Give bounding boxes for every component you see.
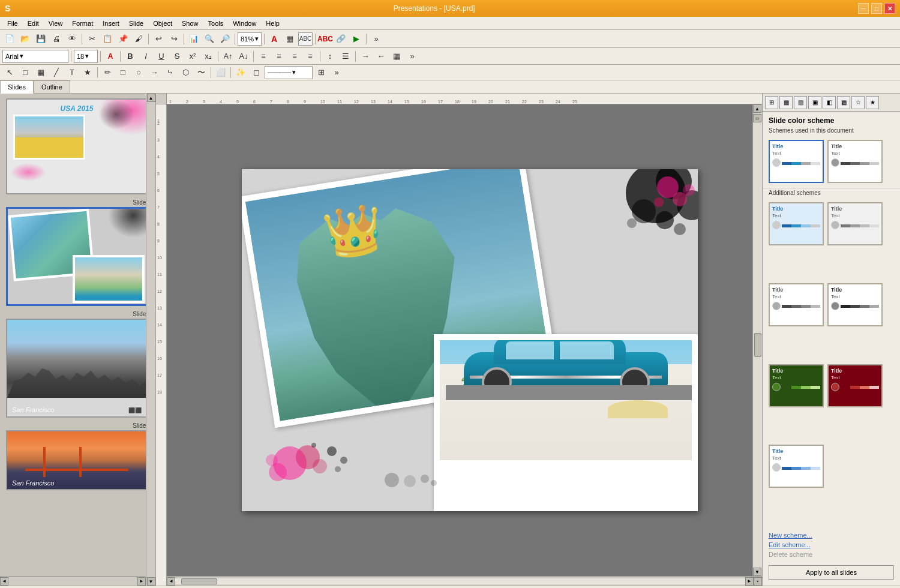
save-button[interactable]: 💾 [34, 32, 48, 46]
font-color-button[interactable]: A [103, 50, 118, 63]
rp-btn-4[interactable]: ▣ [808, 96, 821, 109]
apply-to-slides-button[interactable]: Apply to all slides [769, 565, 894, 580]
draw-polygon-button[interactable]: ⬡ [178, 66, 193, 79]
line-spacing-button[interactable]: ↕ [323, 50, 337, 63]
slide-thumb-4[interactable]: Slide4 San Francisco [6, 422, 149, 490]
increase-size-button[interactable]: A↑ [221, 50, 235, 63]
superscript-button[interactable]: x² [185, 50, 200, 63]
slide-canvas[interactable]: 👑 🌴 🌴 🌴 🌴 [242, 169, 698, 511]
scheme-card-add-2[interactable]: Title Text [827, 202, 883, 245]
draw-effects-button[interactable]: ✨ [233, 66, 248, 79]
draw-shapes-button[interactable]: □ [18, 66, 32, 79]
decrease-size-button[interactable]: A↓ [236, 50, 251, 63]
indent-less-button[interactable]: ← [374, 50, 388, 63]
zoom-in-button[interactable]: 🔍 [202, 32, 217, 46]
menu-help[interactable]: Help [261, 19, 284, 28]
menu-view[interactable]: View [44, 19, 68, 28]
hyperlink-button[interactable]: 🔗 [334, 32, 348, 46]
redo-button[interactable]: ↪ [167, 32, 181, 46]
draw-special-button[interactable]: ★ [80, 66, 95, 79]
scheme-card-add-1[interactable]: Title Text [769, 202, 824, 245]
rp-btn-5[interactable]: ◧ [823, 96, 836, 109]
subscript-button[interactable]: x₂ [201, 50, 215, 63]
scheme-card-add-5[interactable]: Title Text [769, 364, 824, 407]
scheme-card-add-7[interactable]: Title Text [769, 445, 824, 488]
strikethrough-button[interactable]: S [170, 50, 184, 63]
tab-outline[interactable]: Outline [34, 80, 70, 93]
draw-menu-button[interactable]: ▦ [34, 66, 48, 79]
chart-button[interactable]: 📊 [187, 32, 201, 46]
cut-button[interactable]: ✂ [85, 32, 99, 46]
scroll-up-arrow[interactable]: ▲ [147, 94, 155, 102]
slide-scroll-split[interactable]: ═ [753, 114, 761, 122]
draw-pencil-button[interactable]: ✏ [100, 66, 115, 79]
photo-hotel-car[interactable]: 🌴 🌴 🌴 🌴 [434, 334, 698, 511]
menu-show[interactable]: Show [177, 19, 203, 28]
scroll-down-arrow[interactable]: ▼ [147, 577, 155, 586]
rp-btn-1[interactable]: ⊞ [765, 96, 778, 109]
menu-window[interactable]: Window [228, 19, 261, 28]
draw-rectangle-button[interactable]: □ [116, 66, 130, 79]
copy-button[interactable]: 📋 [100, 32, 115, 46]
draw-text-button[interactable]: T [65, 66, 79, 79]
scheme-card-used-2[interactable]: Title Text [827, 140, 883, 183]
scheme-card-add-4[interactable]: Title Text [827, 283, 883, 326]
close-button[interactable]: ✕ [884, 3, 895, 14]
columns-button[interactable]: ▦ [389, 50, 404, 63]
open-button[interactable]: 📂 [18, 32, 32, 46]
paste-button[interactable]: 📌 [116, 32, 130, 46]
slide-thumb-3[interactable]: Slide3 San Francisco ⬛⬛ [6, 311, 149, 418]
format-paint-button[interactable]: 🖌 [131, 32, 146, 46]
preview-button[interactable]: 👁 [65, 32, 79, 46]
hscroll-right[interactable]: ► [137, 577, 146, 586]
abc-button[interactable]: ABC [298, 32, 313, 46]
slide-hscrollbar[interactable]: ◄ ► ▪ [167, 576, 762, 586]
justify-button[interactable]: ≡ [303, 50, 317, 63]
text-button[interactable]: A [267, 32, 281, 46]
draw-select-button[interactable]: ↖ [2, 66, 17, 79]
menu-format[interactable]: Format [67, 19, 98, 28]
draw-connector-button[interactable]: ⤷ [163, 66, 177, 79]
draw-shadow-button[interactable]: ◻ [249, 66, 263, 79]
draw-more-button[interactable]: » [329, 66, 344, 79]
draw-arrow-button[interactable]: → [147, 66, 161, 79]
slide-panel-scrollbar[interactable]: ▲ ▼ [146, 94, 155, 586]
slide-scroll-down[interactable]: ▼ [753, 568, 761, 576]
new-button[interactable]: 📄 [2, 32, 17, 46]
slide-panel-hscroll[interactable]: ◄ ► [0, 576, 146, 586]
align-right-button[interactable]: ≡ [287, 50, 302, 63]
bullets-button[interactable]: ☰ [338, 50, 353, 63]
undo-button[interactable]: ↩ [151, 32, 166, 46]
hscroll-left[interactable]: ◄ [0, 577, 8, 586]
align-center-button[interactable]: ≡ [272, 50, 286, 63]
more-format-button[interactable]: » [405, 50, 419, 63]
menu-object[interactable]: Object [148, 19, 177, 28]
indent-more-button[interactable]: → [358, 50, 373, 63]
spell-button[interactable]: ABC [318, 32, 332, 46]
rp-btn-7[interactable]: ☆ [851, 96, 865, 109]
align-left-button[interactable]: ≡ [256, 50, 271, 63]
rp-btn-6[interactable]: ▩ [837, 96, 850, 109]
slide-vscrollbar[interactable]: ▲ ═ ▼ [752, 104, 762, 576]
more-button[interactable]: » [369, 32, 383, 46]
draw-grid-button[interactable]: ⊞ [314, 66, 328, 79]
menu-slide[interactable]: Slide [124, 19, 148, 28]
slide-hscroll-left[interactable]: ◄ [167, 577, 175, 586]
menu-insert[interactable]: Insert [98, 19, 124, 28]
table-button[interactable]: ▦ [283, 32, 297, 46]
slide-thumb-1[interactable]: USA 2015 [6, 98, 149, 194]
draw-freeform-button[interactable]: 〜 [194, 66, 208, 79]
menu-edit[interactable]: Edit [23, 19, 44, 28]
underline-button[interactable]: U [154, 50, 169, 63]
new-scheme-link[interactable]: New scheme... [769, 532, 894, 539]
rp-btn-3[interactable]: ▤ [794, 96, 807, 109]
bold-button[interactable]: B [123, 50, 137, 63]
tab-slides[interactable]: Slides [0, 80, 34, 94]
font-size-dropdown[interactable]: 18 ▾ [74, 50, 98, 63]
edit-scheme-link[interactable]: Edit scheme... [769, 541, 894, 548]
italic-button[interactable]: I [139, 50, 153, 63]
maximize-button[interactable]: □ [871, 3, 882, 14]
find-button[interactable]: 🔎 [218, 32, 232, 46]
scheme-card-used-1[interactable]: Title Text [769, 140, 824, 183]
play-button[interactable]: ▶ [349, 32, 364, 46]
